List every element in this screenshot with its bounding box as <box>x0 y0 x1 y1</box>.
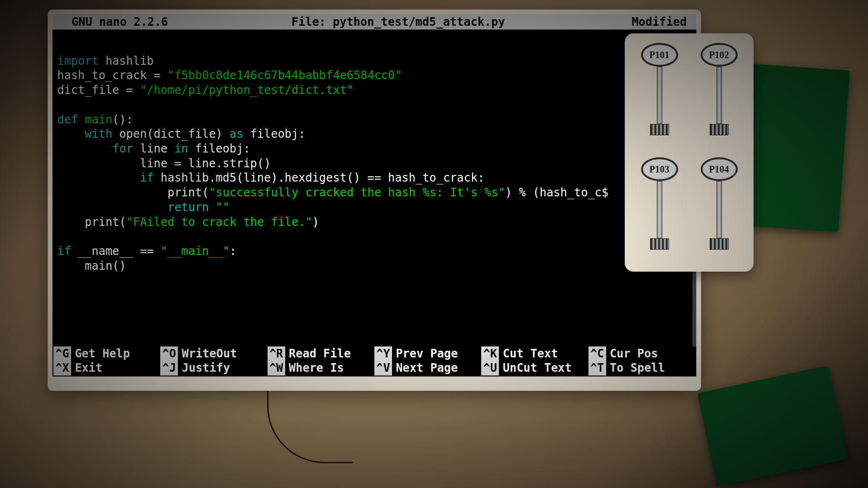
shortcut-get-help[interactable]: ^GGet Help <box>53 346 160 361</box>
key-shaft <box>716 67 722 124</box>
string-literal: "FAiled to crack the file." <box>126 215 312 229</box>
shortcut-label: Prev Page <box>396 346 458 361</box>
kw-if: if <box>57 244 71 258</box>
space <box>209 201 216 214</box>
modified-status: Modified <box>615 15 692 30</box>
code-text: line <box>133 142 175 155</box>
key-label: ^C <box>589 346 606 361</box>
key-p103[interactable]: P103 <box>634 157 684 262</box>
shortcut-justify[interactable]: ^JJustify <box>160 361 267 376</box>
shortcut-label: Next Page <box>396 361 458 376</box>
code-line: main() <box>57 259 126 273</box>
key-shaft <box>657 67 662 124</box>
shortcut-label: UnCut Text <box>503 361 572 376</box>
shortcut-bar: ^GGet Help ^OWriteOut ^RRead File ^YPrev… <box>52 346 696 376</box>
key-label: ^U <box>481 361 499 376</box>
code-text: : <box>229 244 236 258</box>
string-literal: "f5bb0c8de146c67b44babbf4e6584cc0" <box>167 69 402 82</box>
key-bit <box>650 238 669 250</box>
editor-area[interactable]: import hashlib hash_to_crack = "f5bb0c8d… <box>52 30 696 346</box>
string-literal: "successfully cracked the hash %s: It's … <box>209 186 505 199</box>
nano-editor[interactable]: GNU nano 2.2.6 File: python_test/md5_att… <box>52 14 696 376</box>
code-text: fileobj: <box>188 142 250 155</box>
shortcut-exit[interactable]: ^XExit <box>53 361 160 376</box>
key-label: ^T <box>589 361 606 376</box>
shortcut-label: Cut Text <box>503 346 558 361</box>
key-bit <box>710 124 729 135</box>
shortcut-prev-page[interactable]: ^YPrev Page <box>374 346 481 361</box>
key-head: P102 <box>701 43 738 67</box>
keys-panel: P101 P102 P103 P104 <box>625 33 754 272</box>
key-label: ^Y <box>374 346 392 361</box>
app-name: GNU nano 2.2.6 <box>57 15 181 30</box>
shortcut-label: Justify <box>182 361 230 376</box>
key-head: P101 <box>641 43 678 67</box>
code-text: fileobj: <box>243 127 305 141</box>
shortcut-cur-pos[interactable]: ^CCur Pos <box>589 346 695 361</box>
indent: print( <box>57 186 209 199</box>
indent <box>57 142 113 155</box>
kw-import: import <box>57 54 99 68</box>
indent <box>57 171 140 184</box>
key-label: ^V <box>374 361 392 376</box>
shortcut-uncut-text[interactable]: ^UUnCut Text <box>481 361 588 376</box>
key-label: ^W <box>268 361 285 376</box>
string-literal: "/home/pi/python_test/dict.txt" <box>140 83 353 97</box>
key-bit <box>650 124 669 135</box>
code-text: hash_to_crack = <box>57 69 167 82</box>
code-text: dict_file = <box>57 83 140 97</box>
key-head: P104 <box>701 157 738 181</box>
kw-with: with <box>85 127 113 141</box>
shortcut-where-is[interactable]: ^WWhere Is <box>268 361 374 376</box>
kw-if: if <box>140 171 154 184</box>
key-p104[interactable]: P104 <box>694 157 744 262</box>
key-p102[interactable]: P102 <box>694 43 744 148</box>
string-literal: "" <box>216 201 229 214</box>
code-text: hashlib <box>99 54 154 68</box>
string-literal: "__main__" <box>161 244 230 258</box>
code-text: open(dict_file) <box>113 127 230 141</box>
shortcut-read-file[interactable]: ^RRead File <box>268 346 374 361</box>
shortcut-label: Cur Pos <box>610 346 658 361</box>
shortcut-label: Read File <box>289 346 351 361</box>
key-label: ^R <box>268 346 285 361</box>
kw-for: for <box>113 142 133 155</box>
key-shaft <box>716 181 722 238</box>
key-head: P103 <box>641 157 678 181</box>
kw-in: in <box>175 142 188 155</box>
function-name: main <box>78 113 112 126</box>
code-text: hashlib.md5(line).hexdigest() == hash_to… <box>154 171 485 184</box>
terminal-window: GNU nano 2.2.6 File: python_test/md5_att… <box>48 10 701 391</box>
nano-titlebar: GNU nano 2.2.6 File: python_test/md5_att… <box>52 14 696 30</box>
key-label: ^G <box>53 346 71 361</box>
shortcut-writeout[interactable]: ^OWriteOut <box>160 346 267 361</box>
shortcut-label: To Spell <box>610 361 665 376</box>
shortcut-label: WriteOut <box>182 346 237 361</box>
code-line: line = line.strip() <box>57 157 271 170</box>
key-label: ^X <box>53 361 71 376</box>
code-text: (): <box>113 113 133 126</box>
shortcut-label: Exit <box>75 361 103 376</box>
indent: print( <box>57 215 126 229</box>
key-label: ^J <box>160 361 178 376</box>
file-path: File: python_test/md5_attack.py <box>181 15 615 30</box>
code-text: __name__ == <box>71 244 161 258</box>
shortcut-next-page[interactable]: ^VNext Page <box>374 361 481 376</box>
shortcut-label: Get Help <box>75 346 130 361</box>
key-label: ^O <box>160 346 178 361</box>
key-label: ^K <box>481 346 499 361</box>
key-shaft <box>657 181 662 238</box>
kw-as: as <box>229 127 243 141</box>
code-text: ) <box>312 215 319 229</box>
wire-decoration <box>267 387 353 463</box>
kw-def: def <box>57 113 78 126</box>
shortcut-label: Where Is <box>289 361 344 376</box>
code-text: ) % (hash_to_c$ <box>505 186 609 199</box>
shortcut-cut-text[interactable]: ^KCut Text <box>481 346 588 361</box>
shortcut-to-spell[interactable]: ^TTo Spell <box>589 361 695 376</box>
indent <box>57 127 85 141</box>
indent <box>57 201 167 214</box>
key-p101[interactable]: P101 <box>634 43 684 148</box>
key-bit <box>710 238 729 250</box>
circuit-board-bottom <box>697 366 847 487</box>
